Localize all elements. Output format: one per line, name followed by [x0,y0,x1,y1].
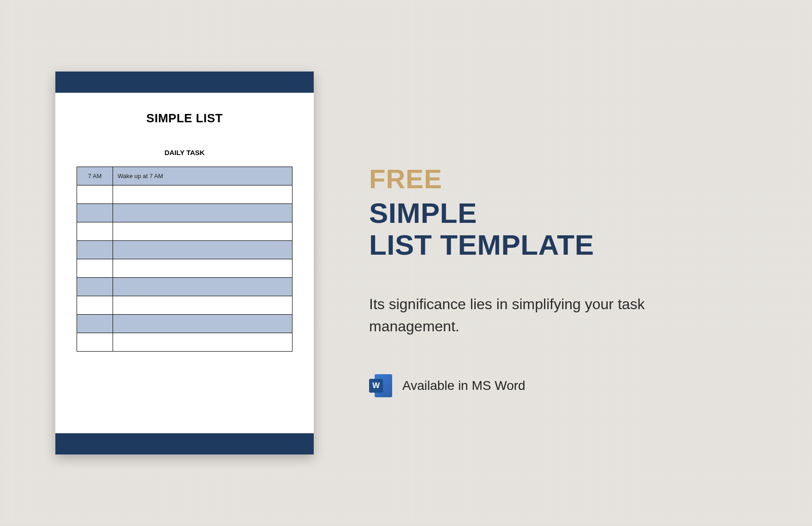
table-row [77,222,293,241]
table-row [77,333,293,352]
time-cell [77,259,113,278]
time-cell [77,333,113,352]
time-cell [77,204,113,222]
template-heading: SIMPLE LIST TEMPLATE [369,197,701,261]
time-cell [77,241,113,259]
table-row [77,241,293,259]
table-row: 7 AMWake up at 7 AM [77,167,293,185]
table-row [77,259,293,278]
table-row [77,296,293,315]
task-table: 7 AMWake up at 7 AM [77,167,293,352]
doc-footer-bar [55,433,314,454]
task-cell [113,259,293,278]
task-cell [113,185,293,204]
format-info: W Available in MS Word [369,374,701,397]
ms-word-icon: W [369,374,392,397]
time-cell [77,222,113,241]
task-cell [113,204,293,222]
info-panel: FREE SIMPLE LIST TEMPLATE Its significan… [369,129,701,398]
word-icon-letter: W [369,379,383,393]
task-cell [113,222,293,241]
free-badge: FREE [369,166,701,192]
format-label: Available in MS Word [402,378,525,393]
doc-body: SIMPLE LIST DAILY TASK 7 AMWake up at 7 … [55,93,314,433]
table-row [77,204,293,222]
task-cell [113,315,293,333]
time-cell: 7 AM [77,167,113,185]
heading-line-1: SIMPLE [369,197,701,229]
task-cell: Wake up at 7 AM [113,167,293,185]
doc-subtitle: DAILY TASK [77,149,293,156]
task-cell [113,241,293,259]
table-row [77,278,293,296]
template-description: Its significance lies in simplifying you… [369,293,646,337]
task-cell [113,296,293,315]
table-row [77,185,293,204]
time-cell [77,296,113,315]
task-cell [113,333,293,352]
time-cell [77,315,113,333]
time-cell [77,185,113,204]
time-cell [77,278,113,296]
heading-line-2: LIST TEMPLATE [369,229,701,261]
task-cell [113,278,293,296]
doc-header-bar [55,72,314,93]
template-preview: SIMPLE LIST DAILY TASK 7 AMWake up at 7 … [55,72,314,454]
table-row [77,315,293,333]
doc-title: SIMPLE LIST [77,111,293,126]
